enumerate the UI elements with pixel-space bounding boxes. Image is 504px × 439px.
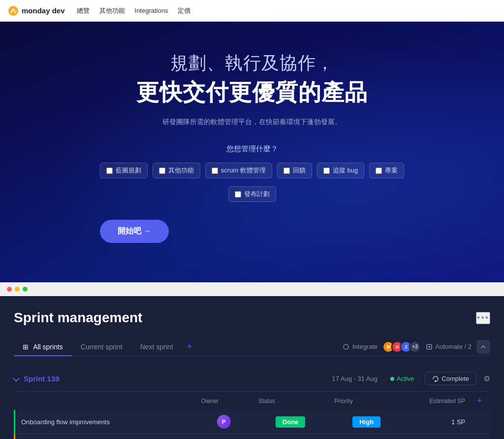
automate-button[interactable]: Automate / 2 [426, 343, 472, 350]
sprint-panel: Sprint management ••• ⊞ All sprints Curr… [0, 296, 504, 439]
checkbox-release[interactable]: 發布計劃 [228, 186, 276, 202]
col-sp: Estimated SP [405, 392, 471, 410]
status-badge-done: Done [276, 416, 306, 428]
tab-add-button[interactable]: + [182, 338, 197, 356]
grid-icon: ⊞ [23, 343, 29, 351]
logo-text: monday dev [22, 6, 65, 15]
sprint-name: Sprint 139 [24, 374, 60, 383]
avatar-count: +2 [409, 341, 421, 353]
task-row-add-1 [471, 410, 490, 434]
nav-links: 總覽 其他功能 Integrations 定價 [77, 6, 191, 15]
hero-content: 規劃、執行及協作， 更快交付更優質的產品 研發團隊所需的軟體管理平台，在快節奏環… [100, 51, 404, 243]
checkbox-blueprint[interactable]: 藍圖規劃 [100, 163, 148, 178]
cycle-icon [432, 375, 439, 382]
nav-link-pricing[interactable]: 定價 [178, 6, 190, 15]
sprint-status: Active [390, 375, 414, 382]
integrate-button[interactable]: Integrate [343, 343, 378, 350]
checkbox-bug[interactable]: 追蹤 bug [317, 163, 364, 178]
col-task [15, 392, 195, 410]
checkbox-scrum[interactable]: scrum 軟體管理 [205, 163, 272, 178]
svg-point-0 [8, 5, 18, 15]
dot-red [7, 287, 12, 292]
logo[interactable]: monday dev [8, 5, 65, 16]
tab-current-sprint[interactable]: Current sprint [72, 338, 131, 356]
sprint-panel-title: Sprint management [14, 310, 142, 326]
nav-link-overview[interactable]: 總覽 [77, 6, 90, 15]
task-row-add-2 [471, 434, 490, 439]
sprint-tabs: ⊞ All sprints Current sprint Next sprint… [14, 338, 490, 356]
cta-button[interactable]: 開始吧 → [100, 220, 169, 243]
sprint-more-button[interactable]: ••• [476, 312, 490, 324]
col-add: + [471, 392, 490, 410]
collapse-button[interactable] [476, 340, 490, 354]
sprint-dates: 17 Aug - 31 Aug [332, 375, 378, 382]
sprint-tab-actions: Integrate M G Z +2 Automate / 2 [343, 340, 490, 354]
monday-logo-icon [8, 5, 19, 16]
tab-next-sprint[interactable]: Next sprint [131, 338, 182, 356]
task-status-1: Done [252, 410, 329, 434]
col-priority: Priority [328, 392, 405, 410]
add-column-button[interactable]: + [477, 396, 482, 406]
sprint-panel-header: Sprint management ••• [14, 310, 490, 326]
owner-avatar-1: P [217, 415, 231, 429]
task-priority-1: High [328, 410, 405, 434]
avatar-stack: M G Z +2 [382, 341, 421, 353]
checkbox-project[interactable]: 專案 [369, 163, 404, 178]
hero-question: 您想管理什麼？ [100, 144, 404, 154]
checkbox-feedback[interactable]: 回饋 [277, 163, 312, 178]
table-row: Onboarding flow improvements P Done High… [15, 410, 491, 434]
task-sp-2: 2 SP [405, 434, 471, 439]
integrate-icon [343, 343, 349, 350]
col-owner: Owner [195, 392, 252, 410]
priority-badge-high: High [352, 416, 380, 428]
task-name-2[interactable]: Figure out how to run usability on "alph… [15, 434, 195, 439]
complete-button[interactable]: Complete [425, 372, 476, 385]
sprint-table: Owner Status Priority Estimated SP + Onb… [14, 392, 490, 439]
sprint-settings-button[interactable]: ⚙ [483, 374, 490, 383]
nav-link-features[interactable]: 其他功能 [99, 6, 125, 15]
window-dots [0, 282, 504, 296]
nav-link-integrations[interactable]: Integrations [135, 7, 168, 14]
chevron-up-icon [480, 344, 486, 350]
chevron-down-icon [13, 374, 20, 381]
sprint-toggle[interactable]: Sprint 139 [14, 374, 60, 383]
checkboxes-row1: 藍圖規劃 其他功能 scrum 軟體管理 回饋 追蹤 bug 專案 [100, 163, 404, 178]
hero-subtitle: 研發團隊所需的軟體管理平台，在快節奏環境下蓬勃發展。 [100, 118, 404, 127]
tab-all-sprints[interactable]: ⊞ All sprints [14, 338, 72, 356]
task-name-1[interactable]: Onboarding flow improvements [15, 410, 195, 434]
active-dot [390, 377, 394, 381]
automate-icon [426, 343, 433, 350]
dot-green [23, 287, 28, 292]
task-owner-1: P [195, 410, 252, 434]
task-priority-2: Mid [328, 434, 405, 439]
navigation: monday dev 總覽 其他功能 Integrations 定價 [0, 0, 504, 22]
task-sp-1: 1 SP [405, 410, 471, 434]
checkboxes-row2: 發布計劃 [100, 186, 404, 202]
hero-title-top: 規劃、執行及協作， [100, 51, 404, 75]
sprint-info-row: Sprint 139 17 Aug - 31 Aug Active Comple… [14, 366, 490, 392]
col-status: Status [252, 392, 329, 410]
hero-section: 規劃、執行及協作， 更快交付更優質的產品 研發團隊所需的軟體管理平台，在快節奏環… [0, 22, 504, 282]
task-status-2: In testing [252, 434, 329, 439]
checkbox-other[interactable]: 其他功能 [153, 163, 200, 178]
hero-title-main: 更快交付更優質的產品 [100, 77, 404, 108]
task-owner-2: T [195, 434, 252, 439]
table-row: Figure out how to run usability on "alph… [15, 434, 491, 439]
dot-yellow [15, 287, 20, 292]
